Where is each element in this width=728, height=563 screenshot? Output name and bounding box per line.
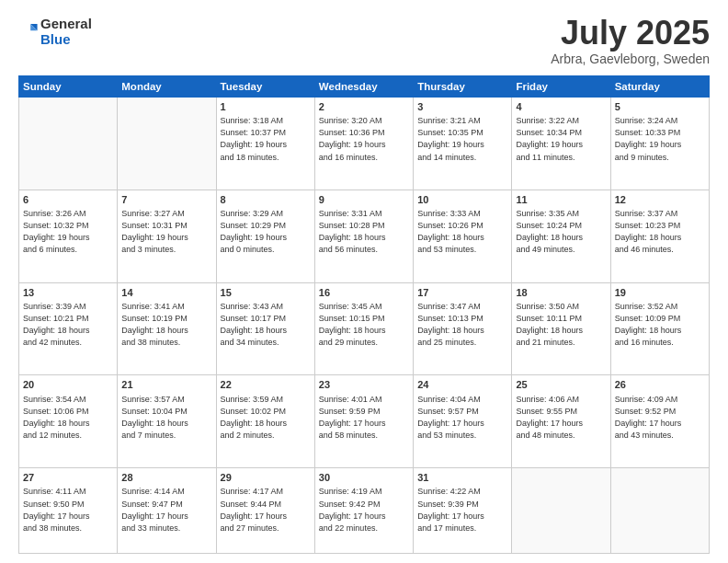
page: General Blue July 2025 Arbra, Gaevleborg… bbox=[0, 0, 728, 563]
day-number: 12 bbox=[615, 193, 705, 207]
day-info: Sunrise: 4:19 AM Sunset: 9:42 PM Dayligh… bbox=[319, 486, 409, 534]
calendar-cell: 22Sunrise: 3:59 AM Sunset: 10:02 PM Dayl… bbox=[216, 375, 314, 468]
weekday-header: Thursday bbox=[414, 76, 512, 98]
weekday-header: Friday bbox=[512, 76, 610, 98]
calendar-cell: 19Sunrise: 3:52 AM Sunset: 10:09 PM Dayl… bbox=[610, 282, 709, 375]
calendar-cell bbox=[19, 98, 118, 190]
day-number: 1 bbox=[221, 100, 311, 114]
day-number: 16 bbox=[319, 286, 409, 300]
day-number: 26 bbox=[615, 378, 705, 392]
calendar-cell: 13Sunrise: 3:39 AM Sunset: 10:21 PM Dayl… bbox=[19, 282, 118, 375]
day-number: 27 bbox=[23, 471, 113, 485]
calendar: SundayMondayTuesdayWednesdayThursdayFrid… bbox=[18, 75, 710, 554]
location: Arbra, Gaevleborg, Sweden bbox=[551, 52, 710, 66]
day-info: Sunrise: 3:33 AM Sunset: 10:26 PM Daylig… bbox=[417, 208, 507, 256]
day-info: Sunrise: 3:39 AM Sunset: 10:21 PM Daylig… bbox=[23, 301, 113, 349]
calendar-cell: 23Sunrise: 4:01 AM Sunset: 9:59 PM Dayli… bbox=[314, 375, 413, 468]
logo-icon bbox=[18, 21, 39, 41]
day-number: 29 bbox=[221, 471, 311, 485]
calendar-cell: 1Sunrise: 3:18 AM Sunset: 10:37 PM Dayli… bbox=[216, 98, 314, 190]
day-number: 13 bbox=[23, 286, 113, 300]
day-info: Sunrise: 3:47 AM Sunset: 10:13 PM Daylig… bbox=[417, 301, 507, 349]
calendar-cell: 2Sunrise: 3:20 AM Sunset: 10:36 PM Dayli… bbox=[314, 98, 413, 190]
calendar-cell: 18Sunrise: 3:50 AM Sunset: 10:11 PM Dayl… bbox=[512, 282, 610, 375]
calendar-cell: 26Sunrise: 4:09 AM Sunset: 9:52 PM Dayli… bbox=[610, 375, 709, 468]
calendar-cell: 17Sunrise: 3:47 AM Sunset: 10:13 PM Dayl… bbox=[414, 282, 512, 375]
day-info: Sunrise: 4:06 AM Sunset: 9:55 PM Dayligh… bbox=[516, 394, 606, 442]
day-number: 2 bbox=[319, 100, 409, 114]
calendar-cell: 29Sunrise: 4:17 AM Sunset: 9:44 PM Dayli… bbox=[216, 468, 314, 554]
day-number: 24 bbox=[417, 378, 507, 392]
day-info: Sunrise: 4:17 AM Sunset: 9:44 PM Dayligh… bbox=[221, 486, 311, 534]
weekday-header: Monday bbox=[118, 76, 216, 98]
day-number: 20 bbox=[23, 378, 113, 392]
calendar-cell: 21Sunrise: 3:57 AM Sunset: 10:04 PM Dayl… bbox=[118, 375, 216, 468]
day-number: 14 bbox=[121, 286, 211, 300]
day-number: 8 bbox=[221, 193, 311, 207]
day-number: 22 bbox=[221, 378, 311, 392]
calendar-header: SundayMondayTuesdayWednesdayThursdayFrid… bbox=[19, 76, 710, 98]
weekday-header: Saturday bbox=[610, 76, 709, 98]
day-number: 3 bbox=[417, 100, 507, 114]
day-info: Sunrise: 3:54 AM Sunset: 10:06 PM Daylig… bbox=[23, 394, 113, 442]
day-number: 11 bbox=[516, 193, 606, 207]
day-number: 4 bbox=[516, 100, 606, 114]
calendar-cell: 14Sunrise: 3:41 AM Sunset: 10:19 PM Dayl… bbox=[118, 282, 216, 375]
calendar-cell: 8Sunrise: 3:29 AM Sunset: 10:29 PM Dayli… bbox=[216, 190, 314, 282]
calendar-cell bbox=[118, 98, 216, 190]
day-info: Sunrise: 3:29 AM Sunset: 10:29 PM Daylig… bbox=[221, 208, 311, 256]
calendar-cell: 27Sunrise: 4:11 AM Sunset: 9:50 PM Dayli… bbox=[19, 468, 118, 554]
day-info: Sunrise: 3:18 AM Sunset: 10:37 PM Daylig… bbox=[221, 115, 311, 163]
day-info: Sunrise: 4:09 AM Sunset: 9:52 PM Dayligh… bbox=[615, 394, 705, 442]
day-info: Sunrise: 4:01 AM Sunset: 9:59 PM Dayligh… bbox=[319, 394, 409, 442]
day-info: Sunrise: 3:31 AM Sunset: 10:28 PM Daylig… bbox=[319, 208, 409, 256]
calendar-cell: 5Sunrise: 3:24 AM Sunset: 10:33 PM Dayli… bbox=[610, 98, 709, 190]
day-number: 9 bbox=[319, 193, 409, 207]
day-info: Sunrise: 3:24 AM Sunset: 10:33 PM Daylig… bbox=[615, 115, 705, 163]
day-number: 15 bbox=[221, 286, 311, 300]
day-info: Sunrise: 3:20 AM Sunset: 10:36 PM Daylig… bbox=[319, 115, 409, 163]
day-number: 6 bbox=[23, 193, 113, 207]
weekday-header: Tuesday bbox=[216, 76, 314, 98]
day-info: Sunrise: 3:50 AM Sunset: 10:11 PM Daylig… bbox=[516, 301, 606, 349]
weekday-header: Wednesday bbox=[314, 76, 413, 98]
calendar-cell bbox=[512, 468, 610, 554]
logo-line2: Blue bbox=[40, 32, 92, 48]
day-info: Sunrise: 3:57 AM Sunset: 10:04 PM Daylig… bbox=[121, 394, 211, 442]
month-title: July 2025 bbox=[551, 17, 710, 50]
title-block: July 2025 Arbra, Gaevleborg, Sweden bbox=[551, 17, 710, 66]
day-info: Sunrise: 4:14 AM Sunset: 9:47 PM Dayligh… bbox=[121, 486, 211, 534]
calendar-cell: 24Sunrise: 4:04 AM Sunset: 9:57 PM Dayli… bbox=[414, 375, 512, 468]
calendar-cell: 10Sunrise: 3:33 AM Sunset: 10:26 PM Dayl… bbox=[414, 190, 512, 282]
calendar-cell: 6Sunrise: 3:26 AM Sunset: 10:32 PM Dayli… bbox=[19, 190, 118, 282]
logo-text: General Blue bbox=[40, 17, 92, 47]
calendar-cell bbox=[610, 468, 709, 554]
calendar-cell: 31Sunrise: 4:22 AM Sunset: 9:39 PM Dayli… bbox=[414, 468, 512, 554]
day-info: Sunrise: 3:59 AM Sunset: 10:02 PM Daylig… bbox=[221, 394, 311, 442]
calendar-cell: 15Sunrise: 3:43 AM Sunset: 10:17 PM Dayl… bbox=[216, 282, 314, 375]
day-info: Sunrise: 3:21 AM Sunset: 10:35 PM Daylig… bbox=[417, 115, 507, 163]
day-info: Sunrise: 4:11 AM Sunset: 9:50 PM Dayligh… bbox=[23, 486, 113, 534]
calendar-cell: 9Sunrise: 3:31 AM Sunset: 10:28 PM Dayli… bbox=[314, 190, 413, 282]
calendar-cell: 11Sunrise: 3:35 AM Sunset: 10:24 PM Dayl… bbox=[512, 190, 610, 282]
day-info: Sunrise: 4:22 AM Sunset: 9:39 PM Dayligh… bbox=[417, 486, 507, 534]
day-info: Sunrise: 3:26 AM Sunset: 10:32 PM Daylig… bbox=[23, 208, 113, 256]
header: General Blue July 2025 Arbra, Gaevleborg… bbox=[18, 17, 710, 66]
day-info: Sunrise: 3:27 AM Sunset: 10:31 PM Daylig… bbox=[121, 208, 211, 256]
day-info: Sunrise: 3:45 AM Sunset: 10:15 PM Daylig… bbox=[319, 301, 409, 349]
calendar-cell: 28Sunrise: 4:14 AM Sunset: 9:47 PM Dayli… bbox=[118, 468, 216, 554]
day-info: Sunrise: 3:22 AM Sunset: 10:34 PM Daylig… bbox=[516, 115, 606, 163]
day-number: 17 bbox=[417, 286, 507, 300]
day-number: 10 bbox=[417, 193, 507, 207]
day-number: 18 bbox=[516, 286, 606, 300]
day-info: Sunrise: 3:35 AM Sunset: 10:24 PM Daylig… bbox=[516, 208, 606, 256]
logo-general: General bbox=[40, 16, 92, 31]
day-info: Sunrise: 3:43 AM Sunset: 10:17 PM Daylig… bbox=[221, 301, 311, 349]
day-number: 30 bbox=[319, 471, 409, 485]
calendar-cell: 4Sunrise: 3:22 AM Sunset: 10:34 PM Dayli… bbox=[512, 98, 610, 190]
calendar-cell: 12Sunrise: 3:37 AM Sunset: 10:23 PM Dayl… bbox=[610, 190, 709, 282]
calendar-cell: 30Sunrise: 4:19 AM Sunset: 9:42 PM Dayli… bbox=[314, 468, 413, 554]
weekday-header: Sunday bbox=[19, 76, 118, 98]
calendar-cell: 20Sunrise: 3:54 AM Sunset: 10:06 PM Dayl… bbox=[19, 375, 118, 468]
day-number: 25 bbox=[516, 378, 606, 392]
